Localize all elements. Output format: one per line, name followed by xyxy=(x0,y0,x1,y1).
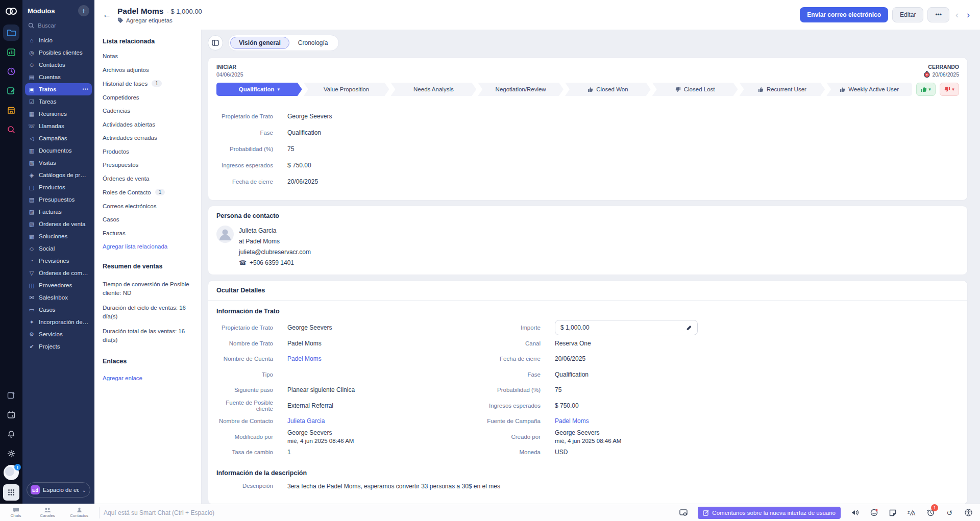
send-email-button[interactable]: Enviar correo electrónico xyxy=(800,7,888,22)
store-icon[interactable] xyxy=(3,102,19,118)
sticky-notes-icon[interactable] xyxy=(888,508,897,517)
sidebar-module-item[interactable]: ☏ Llamadas xyxy=(25,120,92,132)
apps-grid-icon[interactable] xyxy=(3,484,19,501)
history-icon[interactable]: ↺ xyxy=(945,508,954,517)
sidebar-module-item[interactable]: ✦ Incorporación de cli... xyxy=(25,316,92,328)
related-list-item[interactable]: Órdenes de venta xyxy=(103,176,193,182)
sidebar-module-item[interactable]: ✉ SalesInbox xyxy=(25,291,92,304)
related-list-item[interactable]: Historial de fases 1 xyxy=(103,80,193,87)
sidebar-module-item[interactable]: ⚙ Servicios xyxy=(25,328,92,340)
mark-lost-button[interactable]: ▾ xyxy=(940,83,959,96)
related-list-item[interactable]: Facturas xyxy=(103,230,193,236)
sidebar-module-item[interactable]: ▢ Productos xyxy=(25,181,92,193)
field-link[interactable]: Padel Moms xyxy=(555,417,589,425)
calendar-edit-icon[interactable] xyxy=(3,83,19,99)
next-record-icon[interactable]: › xyxy=(965,10,972,20)
folder-icon[interactable] xyxy=(3,24,19,41)
related-list-item[interactable]: Archivos adjuntos xyxy=(103,67,193,73)
view-tab[interactable]: Visión general xyxy=(230,37,289,49)
reminders-icon[interactable]: 1 xyxy=(926,508,935,517)
pipeline-stage[interactable]: Needs Analysis xyxy=(391,83,477,96)
announcements-icon[interactable] xyxy=(850,508,860,517)
pipeline-stage[interactable]: Closed Won xyxy=(565,83,651,96)
related-list-item[interactable]: Cadencias xyxy=(103,108,193,114)
add-related-list-link[interactable]: Agregar lista relacionada xyxy=(103,243,193,250)
pipeline-stage[interactable]: Weekly Active User xyxy=(826,83,912,96)
related-list-item[interactable]: Presupuestos xyxy=(103,162,193,168)
contact-name[interactable]: Julieta Garcia xyxy=(239,226,311,236)
sidebar-module-item[interactable]: ☑ Tareas xyxy=(25,95,92,108)
add-module-button[interactable]: + xyxy=(78,5,89,16)
pipeline-stage[interactable]: Recurrent User xyxy=(740,83,825,96)
related-list-item[interactable]: Actividades cerradas xyxy=(103,135,193,141)
sidebar-module-item[interactable]: ▭ Casos xyxy=(25,304,92,316)
bell-icon[interactable] xyxy=(3,426,19,442)
related-list-item[interactable]: Actividades abiertas xyxy=(103,121,193,128)
sidebar-module-item[interactable]: ▤ Cuentas xyxy=(25,71,92,83)
related-list-item[interactable]: Roles de Contacto 1 xyxy=(103,189,193,195)
field-row: Nombre de Cuenta Padel Moms xyxy=(216,351,484,367)
clock-icon[interactable] xyxy=(3,63,19,80)
hide-details-toggle[interactable]: Ocultar Detalles xyxy=(208,287,967,301)
gear-icon[interactable] xyxy=(3,445,19,462)
sidebar-module-item[interactable]: ◁ Campañas xyxy=(25,132,92,144)
related-list-item[interactable]: Casos xyxy=(103,216,193,222)
sidebar-module-item[interactable]: ▦ Reuniones xyxy=(25,108,92,120)
related-list-item[interactable]: Competidores xyxy=(103,94,193,101)
calendar-icon[interactable] xyxy=(3,407,19,423)
sidebar-module-item[interactable]: ▧ Órdenes de venta xyxy=(25,218,92,230)
zia-assistant-icon[interactable] xyxy=(869,508,878,517)
sidebar-module-item[interactable]: ▣ Tratos ••• xyxy=(25,83,92,95)
sidebar-module-item[interactable]: ◔ Previsiónes xyxy=(25,255,92,267)
contact-email[interactable]: julieta@clubreservacr.com xyxy=(239,247,311,258)
field-link[interactable]: Julieta Garcia xyxy=(287,417,325,425)
field-link[interactable]: Padel Moms xyxy=(287,355,322,362)
smart-chat-input[interactable] xyxy=(104,509,679,516)
sidebar-module-item[interactable]: ⌂ Inicio xyxy=(25,34,92,46)
contact-phone[interactable]: ☎ +506 6359 1401 xyxy=(239,258,311,268)
sidebar-search[interactable]: Buscar xyxy=(22,19,94,32)
previous-record-icon[interactable]: ‹ xyxy=(953,10,961,20)
sidebar-module-item[interactable]: ◎ Posibles clientes xyxy=(25,46,92,59)
tab-chats[interactable]: Chats xyxy=(0,507,32,518)
chat-settings-icon[interactable] xyxy=(679,508,688,517)
sidebar-module-item[interactable]: ◈ Catálogos de precios xyxy=(25,169,92,181)
compose-icon[interactable] xyxy=(3,387,19,404)
mark-won-button[interactable]: ▾ xyxy=(916,83,936,96)
sidebar-module-item[interactable]: ▥ Documentos xyxy=(25,144,92,157)
sidebar-module-item[interactable]: ▽ Órdenes de compra xyxy=(25,267,92,279)
sidebar-module-item[interactable]: ◫ Proveedores xyxy=(25,279,92,291)
workspace-selector[interactable]: Ed Espacio de equip... ⌄ xyxy=(27,482,90,498)
sidebar-module-item[interactable]: ✔ Projects xyxy=(25,340,92,353)
pipeline-stage[interactable]: Closed Lost xyxy=(652,83,738,96)
accessibility-icon[interactable] xyxy=(964,508,973,517)
more-actions-button[interactable]: ••• xyxy=(927,7,949,22)
related-list-item[interactable]: Correos electrónicos xyxy=(103,203,193,209)
sidebar-module-item[interactable]: ▤ Presupuestos xyxy=(25,193,92,206)
search-explore-icon[interactable] xyxy=(3,121,19,138)
view-tab[interactable]: Cronología xyxy=(289,37,337,49)
pipeline-stage[interactable]: Value Proposition xyxy=(304,83,389,96)
sidebar-module-item[interactable]: ▧ Visitas xyxy=(25,157,92,169)
pipeline-stage[interactable]: Qualification ▾ xyxy=(216,83,302,96)
collapse-panel-button[interactable] xyxy=(208,35,223,51)
chart-icon[interactable] xyxy=(3,44,19,60)
add-tags-link[interactable]: Agregar etiquetas xyxy=(117,17,800,23)
translate-icon[interactable]: zA xyxy=(907,508,916,517)
tab-contactos[interactable]: Contactos xyxy=(63,507,95,518)
more-options-icon[interactable]: ••• xyxy=(83,87,89,92)
new-ui-feedback-button[interactable]: Comentarios sobre la nueva interfaz de u… xyxy=(698,507,841,519)
sidebar-module-item[interactable]: ▩ Soluciones xyxy=(25,230,92,242)
sidebar-module-item[interactable]: ☺ Contactos xyxy=(25,59,92,71)
sidebar-module-item[interactable]: ◇ Social xyxy=(25,242,92,255)
pipeline-stage[interactable]: Negotiation/Review xyxy=(478,83,564,96)
add-link-link[interactable]: Agregar enlace xyxy=(103,375,193,381)
tab-canales[interactable]: Canales xyxy=(32,507,63,518)
sidebar-module-item[interactable]: ▨ Facturas xyxy=(25,206,92,218)
related-list-item[interactable]: Notas xyxy=(103,53,193,59)
back-button[interactable]: ← xyxy=(103,10,111,20)
edit-button[interactable]: Editar xyxy=(892,7,923,22)
amount-input[interactable]: $ 1,000.00 xyxy=(555,320,698,335)
user-avatar[interactable]: ! xyxy=(4,465,19,480)
related-list-item[interactable]: Productos xyxy=(103,148,193,155)
